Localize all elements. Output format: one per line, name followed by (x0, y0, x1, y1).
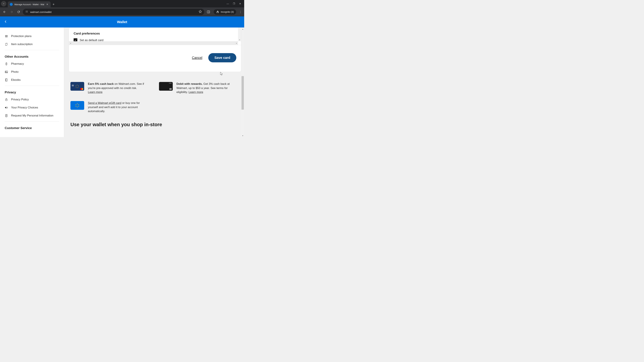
sidebar-item-protection-plans[interactable]: Protection plans (0, 32, 64, 40)
svg-point-3 (12, 4, 12, 4)
promo-bold: Debit with rewards. (176, 82, 202, 85)
browser-tab[interactable]: Manage Account - Wallet - Wal ✕ (8, 1, 51, 7)
svg-point-27 (76, 85, 76, 86)
cancel-button[interactable]: Cancel (192, 56, 202, 60)
sidebar-item-photo[interactable]: Photo (0, 68, 64, 76)
svg-point-31 (77, 103, 78, 104)
capitalone-card-icon (70, 82, 84, 91)
address-bar[interactable]: walmart.com/wallet (23, 9, 204, 15)
svg-point-33 (76, 104, 76, 105)
url-text: walmart.com/wallet (30, 10, 52, 13)
kebab-menu-icon[interactable]: ⋮ (238, 10, 242, 14)
maximize-icon[interactable]: ❐ (233, 2, 235, 5)
back-icon[interactable] (2, 9, 8, 15)
scroll-left-icon[interactable]: ◂ (69, 42, 72, 44)
sidebar-item-label: Photo (11, 70, 18, 73)
incognito-indicator[interactable]: Incognito (3) (214, 9, 236, 14)
walmart-spark-icon (75, 84, 79, 88)
svg-point-7 (27, 12, 28, 12)
svg-point-2 (10, 4, 11, 4)
svg-point-1 (11, 5, 12, 5)
promo-egift-card: Send a Walmart eGift card or buy one for… (70, 101, 149, 113)
learn-more-link[interactable]: Learn more (88, 90, 102, 94)
book-icon (5, 78, 8, 82)
svg-rect-8 (207, 11, 210, 13)
sidebar-item-privacy-policy[interactable]: Privacy Policy (0, 95, 64, 104)
reload-icon[interactable] (16, 9, 22, 15)
svg-point-28 (78, 85, 79, 86)
wallet-header: Wallet (0, 16, 244, 27)
promo-section: Earn 5% cash back on Walmart.com. See if… (64, 72, 244, 117)
toggle-icon (5, 106, 8, 109)
sidebar-heading-privacy: Privacy (0, 87, 64, 95)
instore-heading: Use your wallet when you shop in-store (64, 117, 244, 127)
promo-debit-rewards: Debit with rewards. Get 3% cash back at … (159, 82, 238, 94)
svg-point-35 (76, 106, 76, 106)
close-window-icon[interactable]: ✕ (239, 2, 241, 5)
site-controls-icon[interactable] (25, 10, 28, 14)
page-vertical-scrollbar[interactable]: ▴ ▾ (241, 27, 244, 137)
svg-point-6 (27, 11, 28, 11)
sidebar-item-label: Ebooks (11, 78, 21, 82)
browser-toolbar: walmart.com/wallet Incognito (3) ⋮ (0, 7, 244, 16)
sidebar-heading-customer-service: Customer Service (0, 123, 64, 131)
card-preferences-panel: Card preferences Set as default card ▾ ◂ (69, 27, 241, 72)
account-sidebar: Protection plans Item subscription Other… (0, 27, 64, 137)
svg-point-4 (10, 4, 11, 5)
scroll-up-icon[interactable]: ▴ (241, 27, 244, 30)
sidebar-item-subscription[interactable]: Item subscription (0, 40, 64, 48)
svg-point-26 (77, 87, 78, 88)
learn-more-link[interactable]: Learn more (188, 90, 203, 94)
sidebar-item-label: Protection plans (11, 34, 32, 38)
sidebar-item-label: Privacy Policy (11, 98, 29, 101)
incognito-icon (216, 10, 219, 13)
svg-point-29 (76, 87, 76, 87)
scroll-down-icon[interactable]: ▾ (238, 38, 241, 41)
card-prefs-title: Card preferences (74, 32, 236, 35)
save-card-button[interactable]: Save card (208, 53, 236, 62)
minimize-icon[interactable]: ― (226, 2, 229, 5)
sidebar-item-label: Item subscription (11, 42, 33, 46)
sidebar-item-label: Your Privacy Choices (11, 106, 38, 109)
svg-point-25 (77, 85, 78, 85)
svg-rect-11 (5, 36, 8, 37)
walmart-spark-icon (10, 3, 13, 6)
gift-card-icon (70, 101, 84, 110)
svg-point-32 (77, 107, 78, 107)
sidebar-item-ebooks[interactable]: Ebooks (0, 76, 64, 84)
bookmark-star-icon[interactable] (198, 10, 202, 14)
sidebar-item-label: Pharmacy (11, 62, 24, 65)
sidebar-item-request-info[interactable]: Request My Personal Information (0, 112, 64, 120)
svg-point-36 (78, 106, 79, 106)
sidebar-item-pharmacy[interactable]: Pharmacy (0, 60, 64, 68)
svg-rect-16 (6, 79, 7, 81)
page-title: Wallet (117, 20, 127, 24)
lock-icon (5, 98, 8, 101)
scrollbar-thumb[interactable] (242, 76, 244, 110)
browser-tab-strip: Manage Account - Wallet - Wal ✕ + ― ❐ ✕ (0, 0, 244, 7)
svg-point-5 (12, 4, 12, 5)
pill-icon (5, 62, 8, 65)
tab-search-button[interactable] (1, 1, 6, 6)
header-back-icon[interactable] (4, 20, 8, 24)
card-prefs-inner-frame: Card preferences Set as default card ▾ ◂ (69, 28, 241, 45)
inner-horizontal-scrollbar[interactable]: ◂ ▸ (69, 41, 238, 45)
refresh-icon (5, 42, 8, 46)
main-content: Card preferences Set as default card ▾ ◂ (64, 27, 244, 137)
image-icon (5, 70, 8, 73)
close-tab-icon[interactable]: ✕ (46, 3, 49, 6)
svg-point-0 (11, 3, 12, 4)
scroll-down-icon[interactable]: ▾ (241, 134, 244, 137)
new-tab-button[interactable]: + (51, 1, 57, 7)
shield-stack-icon (5, 34, 8, 38)
forward-icon[interactable] (9, 9, 14, 15)
panel-icon[interactable] (206, 9, 211, 15)
sidebar-item-privacy-choices[interactable]: Your Privacy Choices (0, 104, 64, 112)
svg-point-34 (78, 104, 79, 105)
svg-rect-18 (6, 99, 7, 101)
inner-vertical-scrollbar[interactable]: ▾ (238, 28, 241, 41)
one-debit-card-icon (159, 82, 173, 91)
scroll-right-icon[interactable]: ▸ (235, 42, 238, 44)
page: Wallet Protection plans Item subscriptio… (0, 16, 244, 137)
send-gift-card-link[interactable]: Send a Walmart eGift card (88, 101, 122, 105)
